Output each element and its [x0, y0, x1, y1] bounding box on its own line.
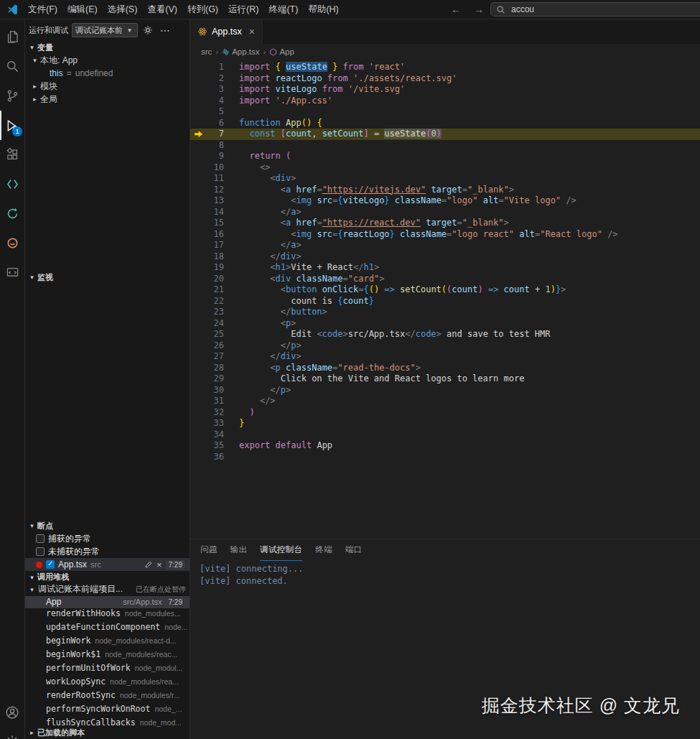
variable-row[interactable]: this = undefined	[25, 67, 190, 80]
gutter-glyph[interactable]	[190, 106, 202, 118]
menubar-item[interactable]: 运行(R)	[223, 4, 263, 16]
line-number[interactable]: 15	[202, 218, 224, 229]
gutter-glyph[interactable]	[190, 373, 202, 385]
line-number[interactable]: 6	[202, 118, 224, 129]
line-number[interactable]: 24	[202, 318, 224, 330]
breakpoint-checkbox[interactable]	[46, 560, 55, 569]
line-number[interactable]: 32	[202, 407, 224, 419]
code-line-36[interactable]: 36	[190, 452, 700, 463]
gutter-glyph[interactable]	[190, 340, 202, 352]
gutter-glyph[interactable]	[190, 418, 202, 429]
code-line-12[interactable]: 12 <a href="https://vitejs.dev" target="…	[190, 185, 700, 196]
breakpoint-exception-row[interactable]: 未捕获的异常	[25, 545, 190, 558]
run-and-debug-icon[interactable]: 1	[0, 111, 24, 140]
callstack-header[interactable]: ▾ 调用堆栈	[25, 571, 190, 583]
gutter-glyph[interactable]	[190, 118, 202, 129]
callstack-current-frame[interactable]: App src/App.tsx 7:29	[25, 596, 190, 608]
variables-header[interactable]: ▾ 变量	[25, 41, 190, 54]
callstack-frame-row[interactable]: renderWithHooksnode_modules...	[25, 608, 190, 622]
menubar-item[interactable]: 选择(S)	[103, 4, 143, 16]
account-icon[interactable]	[0, 697, 24, 727]
breakpoints-header[interactable]: ▾ 断点	[25, 519, 190, 532]
line-number[interactable]: 7	[202, 129, 224, 140]
line-number[interactable]: 28	[202, 363, 224, 374]
line-number[interactable]: 17	[202, 240, 224, 251]
more-actions-icon[interactable]: ⋯	[158, 24, 172, 36]
source-control-icon[interactable]	[0, 81, 24, 111]
line-number[interactable]: 26	[202, 340, 224, 352]
callstack-frame-row[interactable]: flushSyncCallbacksnode_mod...	[25, 717, 190, 727]
gutter-glyph[interactable]	[190, 251, 202, 263]
menubar-item[interactable]: 帮助(H)	[303, 4, 343, 16]
gutter-glyph[interactable]	[190, 385, 202, 396]
code-line-1[interactable]: 1import { useState } from 'react'	[190, 62, 700, 73]
debug-settings-gear-icon[interactable]	[141, 25, 154, 35]
breakpoint-file-row[interactable]: App.tsx src × 7:29	[25, 558, 190, 571]
gutter-glyph[interactable]	[190, 162, 202, 174]
breadcrumb-file[interactable]: App.tsx	[222, 47, 259, 56]
menubar-item[interactable]: 文件(F)	[23, 4, 62, 16]
code-line-34[interactable]: 34	[190, 429, 700, 441]
code-line-27[interactable]: 27 </div>	[190, 351, 700, 363]
code-line-26[interactable]: 26 </p>	[190, 340, 700, 352]
gutter-glyph[interactable]	[190, 73, 202, 85]
line-number[interactable]: 8	[202, 140, 224, 152]
line-number[interactable]: 13	[202, 195, 224, 207]
gutter-glyph[interactable]	[190, 140, 202, 152]
extension-a-icon[interactable]	[0, 169, 24, 199]
variables-group-row[interactable]: ▸全局	[25, 93, 190, 106]
extension-d-icon[interactable]	[0, 258, 24, 287]
code-line-7[interactable]: 7 const [count, setCount] = useState(0)	[190, 129, 700, 140]
line-number[interactable]: 20	[202, 274, 224, 285]
gutter-glyph[interactable]	[190, 195, 202, 207]
code-line-11[interactable]: 11 <div>	[190, 173, 700, 185]
panel-tab[interactable]: 终端	[315, 539, 332, 561]
gutter-glyph[interactable]	[190, 407, 202, 419]
gutter-glyph[interactable]	[190, 207, 202, 218]
line-number[interactable]: 31	[202, 396, 224, 407]
extension-b-icon[interactable]	[0, 199, 24, 228]
variables-group-row[interactable]: ▸模块	[25, 80, 190, 93]
gutter-glyph[interactable]	[190, 229, 202, 241]
code-line-15[interactable]: 15 <a href="https://react.dev" target="_…	[190, 218, 700, 229]
panel-tab[interactable]: 问题	[200, 539, 218, 561]
line-number[interactable]: 36	[202, 452, 224, 463]
gutter-glyph[interactable]	[190, 296, 202, 307]
code-line-30[interactable]: 30 </p>	[190, 385, 700, 396]
nav-forward-icon[interactable]: →	[467, 4, 490, 15]
gutter-glyph[interactable]	[190, 329, 202, 340]
gutter-glyph[interactable]	[190, 151, 202, 162]
debug-session-row[interactable]: ▾ 调试记账本前端项目... 已在断点处暂停	[25, 583, 190, 595]
code-line-19[interactable]: 19 <h1>Vite + React</h1>	[190, 262, 700, 274]
line-number[interactable]: 5	[202, 106, 224, 118]
callstack-frame-row[interactable]: beginWork$1node_modules/reac...	[25, 649, 190, 663]
menubar-item[interactable]: 查看(V)	[142, 4, 182, 16]
line-number[interactable]: 19	[202, 262, 224, 274]
code-line-9[interactable]: 9 return (	[190, 151, 700, 162]
line-number[interactable]: 4	[202, 96, 224, 107]
gutter-glyph[interactable]	[190, 284, 202, 296]
loaded-scripts-header[interactable]: ▸ 已加载的脚本	[25, 727, 190, 739]
gutter-glyph[interactable]	[190, 396, 202, 407]
gutter-glyph[interactable]	[190, 318, 202, 330]
panel-tab[interactable]: 调试控制台	[260, 539, 302, 561]
menubar-item[interactable]: 终端(T)	[263, 4, 303, 16]
code-line-25[interactable]: 25 Edit <code>src/App.tsx</code> and sav…	[190, 329, 700, 340]
line-number[interactable]: 14	[202, 207, 224, 218]
breakpoint-exception-row[interactable]: 捕获的异常	[25, 532, 190, 545]
tab-app-tsx[interactable]: App.tsx ×	[190, 19, 263, 44]
line-number[interactable]: 1	[202, 62, 224, 73]
callstack-frame-row[interactable]: performUnitOfWorknode_modul...	[25, 663, 190, 677]
extension-c-icon[interactable]	[0, 228, 24, 258]
code-line-4[interactable]: 4import './App.css'	[190, 96, 700, 107]
panel-tab[interactable]: 端口	[345, 539, 363, 561]
exception-checkbox[interactable]	[36, 534, 45, 543]
gutter-glyph[interactable]	[190, 173, 202, 185]
code-line-8[interactable]: 8	[190, 140, 700, 152]
menubar-item[interactable]: 编辑(E)	[62, 4, 103, 16]
line-number[interactable]: 12	[202, 185, 224, 196]
line-number[interactable]: 30	[202, 385, 224, 396]
code-line-13[interactable]: 13 <img src={viteLogo} className="logo" …	[190, 195, 700, 207]
gutter-glyph[interactable]	[190, 429, 202, 441]
gutter-glyph[interactable]	[190, 129, 202, 140]
